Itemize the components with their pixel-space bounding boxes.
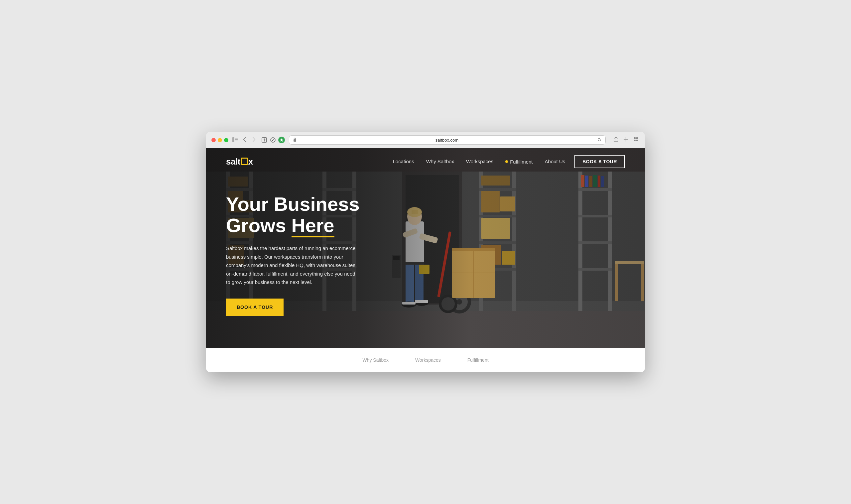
site-logo[interactable]: salt x [226, 157, 253, 167]
website-content: salt x Locations Why Saltbox Workspaces [206, 148, 645, 372]
hero-title-line2: Grows Here [226, 214, 334, 236]
svg-rect-6 [293, 139, 296, 142]
footer-link-fulfillment[interactable]: Fulfillment [467, 357, 489, 363]
nav-item-locations[interactable]: Locations [393, 159, 414, 165]
footer-link-workspaces[interactable]: Workspaces [415, 357, 441, 363]
hero-title-line1: Your Business [226, 193, 360, 215]
svg-rect-10 [636, 140, 638, 141]
hero-title: Your Business Grows Here [226, 194, 405, 236]
svg-rect-0 [232, 137, 234, 142]
back-button[interactable] [242, 136, 247, 144]
svg-rect-1 [235, 138, 238, 139]
navigation: salt x Locations Why Saltbox Workspaces [206, 148, 645, 175]
footer-link-why-saltbox[interactable]: Why Saltbox [362, 357, 388, 363]
nav-link-locations[interactable]: Locations [393, 159, 414, 164]
lock-icon [293, 138, 296, 143]
svg-rect-7 [634, 137, 636, 139]
svg-rect-9 [634, 140, 636, 141]
nav-item-about-us[interactable]: About Us [545, 159, 565, 165]
minimize-button[interactable] [218, 138, 222, 142]
hero-section: salt x Locations Why Saltbox Workspaces [206, 148, 645, 348]
footer-strip: Why Saltbox Workspaces Fulfillment [206, 348, 645, 372]
hero-book-tour-button[interactable]: BOOK A TOUR [226, 299, 284, 316]
tab-overview-button[interactable] [632, 136, 639, 144]
extension-icon-1[interactable] [261, 137, 268, 143]
browser-toolbar: saltbox.com [206, 132, 645, 148]
nav-link-workspaces[interactable]: Workspaces [466, 159, 493, 164]
fulfillment-indicator-dot [505, 160, 508, 163]
forward-button[interactable] [251, 136, 257, 144]
toolbar-left-icons [232, 137, 238, 143]
window-controls [212, 138, 229, 142]
nav-link-fulfillment[interactable]: Fulfillment [505, 159, 532, 165]
close-button[interactable] [212, 138, 216, 142]
toolbar-right-icons [612, 136, 639, 144]
maximize-button[interactable] [224, 138, 229, 142]
hero-content: Your Business Grows Here Saltbox makes t… [206, 148, 426, 348]
nav-item-fulfillment[interactable]: Fulfillment [505, 159, 532, 165]
nav-item-why-saltbox[interactable]: Why Saltbox [426, 159, 454, 165]
hero-title-underline: Here [292, 215, 334, 236]
svg-rect-2 [235, 139, 238, 140]
url-text: saltbox.com [299, 138, 595, 143]
nav-item-workspaces[interactable]: Workspaces [466, 159, 493, 165]
new-tab-button[interactable] [622, 136, 630, 144]
logo-text-salt: salt [226, 157, 240, 167]
hero-description: Saltbox makes the hardest parts of runni… [226, 244, 359, 287]
svg-rect-3 [235, 141, 238, 141]
extension-icon-2[interactable] [270, 137, 276, 143]
nav-book-tour-button[interactable]: BOOK A TOUR [575, 155, 625, 168]
address-bar[interactable]: saltbox.com [289, 135, 606, 145]
logo-box-icon [241, 158, 248, 165]
svg-rect-8 [636, 137, 638, 139]
logo-text-x: x [248, 157, 253, 167]
browser-window: saltbox.com [206, 132, 645, 372]
reload-icon[interactable] [597, 137, 601, 143]
sidebar-toggle-button[interactable] [232, 137, 238, 143]
extension-icon-3[interactable] [278, 137, 285, 143]
share-button[interactable] [612, 136, 620, 144]
nav-links-list: Locations Why Saltbox Workspaces Fulfill… [393, 159, 565, 165]
nav-link-about-us[interactable]: About Us [545, 159, 565, 164]
nav-link-why-saltbox[interactable]: Why Saltbox [426, 159, 454, 164]
